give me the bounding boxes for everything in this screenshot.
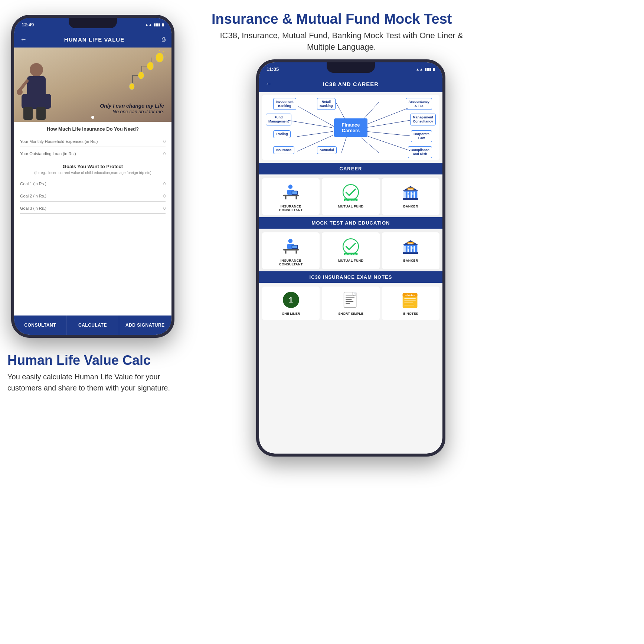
notes-grid: 1 ONE LINER [262, 287, 439, 320]
svg-rect-15 [23, 107, 33, 120]
career-card-insurance-label: INSURANCECONSULTANT [279, 205, 303, 212]
career-card-banker-label: BANKER [403, 205, 418, 208]
svg-point-8 [156, 53, 164, 62]
calculate-button[interactable]: CALCULATE [66, 316, 119, 335]
svg-line-23 [288, 120, 332, 128]
form-area: How Much Life Insurance Do You Need? You… [14, 122, 171, 220]
hero-line2: No one can do it for me. [100, 109, 164, 114]
svg-rect-67 [414, 246, 415, 252]
hero-area: Only I can change my Life No one can do … [14, 48, 171, 122]
goal3-field[interactable]: Goal 3 (in Rs.) 0 [20, 203, 166, 214]
battery-icon-right: ▮ [433, 67, 435, 71]
career-card-insurance[interactable]: INSURANCECONSULTANT [262, 178, 320, 215]
mock-test-title: Insurance & Mutual Fund Mock Test [212, 11, 471, 27]
battery-icon-left: ▮ [162, 23, 164, 27]
time-right: 11:05 [267, 66, 279, 72]
svg-point-50 [407, 193, 409, 194]
svg-rect-16 [36, 107, 46, 120]
svg-point-71 [407, 247, 409, 249]
svg-rect-43 [405, 192, 406, 198]
nav-bar-left: ← HUMAN LIFE VALUE ⎙ [14, 31, 171, 48]
career-card-mutual-fund-label: MUTUAL FUND [338, 205, 364, 208]
bottom-toolbar-left: CONSULTANT CALCULATE ADD SIGNATURE [14, 316, 171, 335]
goal2-value: 0 [163, 194, 166, 198]
mock-cards-grid: INSURANCECONSULTANT MUTUAL FUND MUTUAL F… [259, 230, 442, 271]
goal1-field[interactable]: Goal 1 (in Rs.) 0 [20, 179, 166, 189]
back-arrow-right[interactable]: ← [265, 80, 272, 88]
section-header-career: CAREER [259, 163, 442, 174]
e-notes-icon: e-Notes [401, 290, 420, 310]
goal2-field[interactable]: Goal 2 (in Rs.) 0 [20, 191, 166, 202]
short-simple-label: SHORT SIMPLE [338, 312, 363, 316]
svg-rect-45 [411, 192, 412, 198]
note-card-one-liner[interactable]: 1 ONE LINER [262, 287, 320, 320]
goals-subtitle: (for eg.- Insert current value of child … [20, 171, 166, 175]
finance-item-fund: FundManagement [266, 114, 291, 125]
nav-bar-right: ← IC38 AND CAREER [259, 76, 442, 92]
field-loan[interactable]: Your Outstanding Loan (in Rs.) 0 [20, 148, 166, 159]
svg-rect-35 [295, 196, 297, 199]
back-arrow-left[interactable]: ← [20, 36, 27, 43]
svg-text:BANK: BANK [408, 242, 413, 244]
svg-line-30 [365, 135, 410, 151]
career-card-mutual-fund[interactable]: MUTUAL FUND MUTUAL FUND [322, 178, 379, 215]
hlv-title: Human Life Value Calc [7, 353, 193, 368]
finance-item-actuarial: Actuarial [317, 146, 337, 154]
notes-section: 1 ONE LINER [259, 284, 442, 322]
career-card-banker[interactable]: BANK BANKER [382, 178, 439, 215]
svg-point-38 [343, 184, 359, 200]
field-expenses[interactable]: Your Monthly Household Expenses (in Rs.)… [20, 136, 166, 147]
finance-item-management: ManagementConsultancy [410, 114, 436, 125]
svg-point-5 [129, 83, 134, 90]
finance-item-investment: InvestmentBanking [273, 98, 296, 110]
svg-line-25 [297, 131, 333, 137]
mock-card-insurance-label: INSURANCECONSULTANT [279, 259, 303, 266]
svg-line-10 [163, 51, 164, 52]
svg-line-22 [364, 108, 408, 125]
svg-rect-73 [344, 292, 356, 308]
field-expenses-label: Your Monthly Household Expenses (in Rs.) [20, 139, 98, 144]
note-card-short-simple[interactable]: SHORT SIMPLE [322, 287, 379, 320]
left-section: 12:49 ▲▲ ▮▮▮ ▮ ← HUMAN LIFE VALUE ⎙ [0, 0, 193, 644]
field-expenses-value: 0 [163, 139, 166, 144]
svg-point-51 [412, 193, 414, 194]
signal-icon-right: ▮▮▮ [425, 67, 431, 71]
mock-card-insurance[interactable]: INSURANCECONSULTANT [262, 232, 320, 269]
mutual-fund-svg-career: MUTUAL FUND [341, 183, 360, 202]
hlv-desc: You easily calculate Human Life Value fo… [7, 371, 193, 393]
mock-card-mutual-fund[interactable]: MUTUAL FUND MUTUAL FUND [322, 232, 379, 269]
share-icon-left[interactable]: ⎙ [162, 36, 166, 43]
e-notes-svg: e-Notes [401, 290, 420, 310]
goal3-label: Goal 3 (in Rs.) [20, 206, 46, 210]
bulb-drawing [110, 49, 170, 94]
short-simple-svg [341, 290, 360, 310]
insurance-svg-mock [282, 237, 300, 256]
svg-point-6 [138, 72, 144, 79]
svg-rect-37 [292, 191, 297, 194]
banker-icon-career: BANK [401, 182, 421, 202]
phone-mockup-right: 11:05 ▲▲ ▮▮▮ ▮ ← IC38 AND CAREER Finance… [256, 59, 445, 457]
mock-card-banker[interactable]: BANK BANKER [382, 232, 439, 269]
svg-line-29 [358, 135, 379, 153]
one-liner-icon: 1 [281, 290, 301, 310]
svg-rect-46 [414, 192, 415, 198]
left-bottom-text: Human Life Value Calc You easily calcula… [7, 353, 193, 393]
svg-text:BANK: BANK [408, 188, 413, 190]
mock-card-mutual-fund-label: MUTUAL FUND [338, 259, 364, 262]
note-card-e-notes[interactable]: e-Notes E-NOTES [382, 287, 439, 320]
consultant-button[interactable]: CONSULTANT [14, 316, 66, 335]
svg-line-17 [20, 81, 27, 90]
svg-rect-34 [285, 196, 286, 199]
svg-point-18 [17, 89, 23, 95]
mock-test-desc: IC38, Insurance, Mutual Fund, Banking Mo… [212, 30, 471, 53]
add-signature-button[interactable]: ADD SIGNATURE [119, 316, 171, 335]
finance-center: FinanceCareers [334, 118, 367, 137]
svg-rect-66 [411, 246, 412, 252]
hero-line1: Only I can change my Life [100, 103, 164, 109]
svg-point-31 [288, 184, 292, 189]
svg-text:MUTUAL FUND: MUTUAL FUND [345, 199, 356, 201]
svg-rect-14 [22, 94, 51, 109]
svg-rect-58 [292, 245, 297, 248]
svg-line-24 [366, 120, 410, 128]
svg-point-12 [30, 63, 43, 76]
